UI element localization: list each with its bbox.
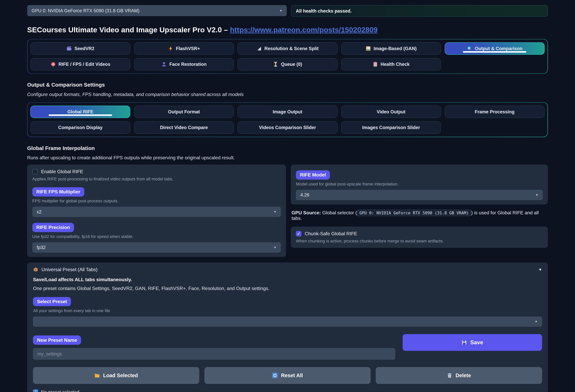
gpu-source-prefix: GPU Source: [291,210,321,215]
top-bar: GPU 0: NVIDIA GeForce RTX 5090 (31.8 GB … [27,5,548,17]
clipboard-icon [373,62,378,67]
rife-fps-multiplier-badge: RIFE FPS Multiplier [32,187,84,196]
sub-tabs-container: Global RIFE Output Format Image Output V… [27,102,548,137]
tab-output-comparison[interactable]: Output & Comparison [445,42,545,55]
rife-fps-multiplier-desc: FPS multiplier for global post-process o… [32,199,281,203]
tab-label: Queue (0) [281,62,302,67]
gpu-selector-dropdown[interactable]: GPU 0: NVIDIA GeForce RTX 5090 (31.8 GB … [27,5,287,16]
floppy-disk-icon [461,340,467,345]
subtab-image-output[interactable]: Image Output [238,106,337,118]
interp-subtitle: Runs after upscaling to create additiona… [27,155,548,160]
enable-global-rife-checkbox[interactable] [32,169,38,174]
tab-seedvr2[interactable]: SeedVR2 [30,42,130,55]
select-preset-badge: Select Preset [33,297,71,306]
subtab-videos-comparison-slider[interactable]: Videos Comparison Slider [238,121,337,134]
chunk-safe-desc: When chunking is active, process chunks … [296,239,543,243]
tab-label: Face Restoration [169,62,207,67]
preset-status-text: No preset selected [41,390,79,392]
subtab-label: Image Output [273,109,302,114]
rife-model-badge: RIFE Model [296,170,330,179]
select-preset-dropdown[interactable]: ▼ [33,316,542,327]
chevron-down-icon: ▼ [535,193,538,197]
subtab-output-format[interactable]: Output Format [134,106,234,118]
triangular-ruler-icon [256,46,262,51]
save-button-label: Save [470,339,483,346]
load-selected-button[interactable]: Load Selected [33,367,199,384]
gpu-source-note: GPU Source: Global selector (GPU 0: NVID… [291,210,547,221]
universal-preset-title: Universal Preset (All Tabs) [42,267,97,272]
package-icon [33,267,39,272]
trash-icon [447,373,452,378]
tab-label: Resolution & Scene Split [264,46,319,51]
tab-face-restoration[interactable]: Face Restoration [134,58,234,70]
reset-all-button[interactable]: Reset All [204,367,371,384]
rife-precision-desc: Use fp32 for compatibility, fp16 for spe… [32,234,281,239]
tab-image-based-gan[interactable]: Image-Based (GAN) [341,42,441,55]
subtab-images-comparison-slider[interactable]: Images Comparison Slider [341,121,441,134]
tab-label: SeedVR2 [74,46,94,51]
health-status-banner: All health checks passed. [291,5,548,17]
save-button[interactable]: Save [403,334,542,351]
patreon-link[interactable]: https://www.patreon.com/posts/150202809 [230,26,378,34]
new-preset-name-badge: New Preset Name [33,335,81,345]
rife-precision-value: fp32 [37,245,46,250]
subtab-label: Global RIFE [67,109,93,114]
chevron-down-icon: ▼ [535,320,538,323]
chunk-safe-card: ✓ Chunk-Safe Global RIFE When chunking i… [291,227,548,248]
tab-label: Health Check [381,62,410,67]
subtab-video-output[interactable]: Video Output [341,106,441,118]
preset-bold-note: Save/Load affects ALL tabs simultaneousl… [33,277,542,282]
tab-label: FlashVSR+ [176,46,200,51]
main-tabs-container: SeedVR2 FlashVSR+ Resolution & Scene Spl… [27,39,548,74]
universal-preset-panel: Universal Preset (All Tabs) ▼ Save/Load … [27,262,548,392]
universal-preset-header[interactable]: Universal Preset (All Tabs) ▼ [33,267,542,272]
load-selected-label: Load Selected [103,372,138,378]
preset-note: One preset contains Global Settings, See… [33,286,542,291]
tab-health-check[interactable]: Health Check [341,58,441,70]
reset-all-label: Reset All [281,372,303,378]
chunk-safe-checkbox[interactable]: ✓ [296,231,301,237]
rife-model-value: 4.26 [300,192,309,197]
framed-picture-icon [365,46,371,51]
tab-queue[interactable]: Queue (0) [238,58,337,70]
info-icon: i [33,390,38,392]
rife-precision-badge: RIFE Precision [32,223,74,232]
subtab-comparison-display[interactable]: Comparison Display [30,121,130,134]
tab-label: Image-Based (GAN) [374,46,417,51]
section-title: Output & Comparison Settings [27,82,548,88]
tab-label: Output & Comparison [475,46,523,51]
subtab-label: Images Comparison Slider [362,125,420,130]
chevron-down-icon: ▼ [279,9,282,12]
tab-rife-fps-edit[interactable]: RIFE / FPS / Edit Videos [30,58,130,70]
reset-arrows-icon [272,373,278,378]
page-title: SECourses Ultimate Video and Image Upsca… [27,25,548,34]
select-preset-desc: All your settings from every tab in one … [33,308,542,313]
rife-model-dropdown[interactable]: 4.26 ▼ [296,190,543,200]
rife-precision-dropdown[interactable]: fp32 ▼ [32,242,281,253]
subtab-global-rife[interactable]: Global RIFE [30,106,130,118]
new-preset-name-input[interactable] [33,348,395,360]
gpu-selector-value: GPU 0: NVIDIA GeForce RTX 5090 (31.8 GB … [32,8,140,13]
collapse-chevron-icon[interactable]: ▼ [538,268,542,272]
subtab-frame-processing[interactable]: Frame Processing [445,106,545,118]
rife-settings-card: Enable Global RIFE Applies RIFE post-pro… [27,165,286,257]
rife-fps-multiplier-dropdown[interactable]: x2 ▼ [32,207,281,217]
health-status-text: All health checks passed. [296,8,352,14]
clapperboard-icon [66,46,72,51]
subtab-direct-video-compare[interactable]: Direct Video Compare [134,121,234,134]
chevron-down-icon: ▼ [274,210,276,214]
subtab-label: Output Format [168,109,200,114]
section-subtitle: Configure output formats, FPS handling, … [27,92,548,97]
enable-global-rife-label: Enable Global RIFE [41,169,83,174]
subtab-label: Comparison Display [58,125,103,130]
tab-flashvsr[interactable]: FlashVSR+ [134,42,234,55]
gpu-source-code: GPU 0: NVIDIA GeForce RTX 5090 (31.8 GB … [357,210,471,216]
page-title-text: SECourses Ultimate Video and Image Upsca… [27,26,230,34]
delete-label: Delete [455,372,471,378]
delete-button[interactable]: Delete [376,367,542,384]
app-page: GPU 0: NVIDIA GeForce RTX 5090 (31.8 GB … [0,0,575,392]
rife-fps-multiplier-value: x2 [37,209,42,215]
rife-model-desc: Model used for global post-upscale frame… [296,182,543,187]
tab-resolution-scene-split[interactable]: Resolution & Scene Split [238,42,337,55]
subtab-label: Direct Video Compare [160,125,208,130]
